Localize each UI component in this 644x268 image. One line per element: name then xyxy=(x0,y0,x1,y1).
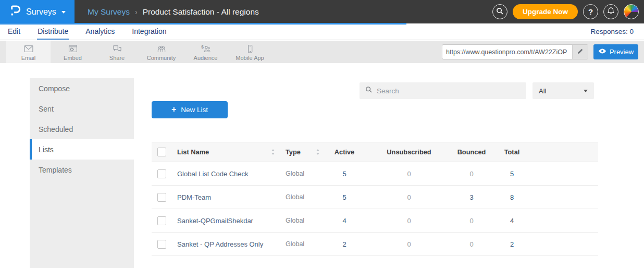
topbar: Surveys My Surveys › Product Satisfactio… xyxy=(0,0,644,23)
breadcrumb: My Surveys › Product Satisfaction - All … xyxy=(88,7,259,17)
active-count[interactable]: 5 xyxy=(324,193,365,201)
app-menu-label: Surveys xyxy=(26,7,56,17)
row-checkbox[interactable] xyxy=(157,193,166,202)
list-name-link[interactable]: Sanket-QPGmailShekdar xyxy=(177,217,253,225)
help-button[interactable]: ? xyxy=(583,4,598,19)
total-count[interactable]: 2 xyxy=(490,240,534,248)
total-count[interactable]: 8 xyxy=(490,193,534,201)
row-checkbox[interactable] xyxy=(157,169,166,178)
row-checkbox[interactable] xyxy=(157,240,166,249)
active-count[interactable]: 4 xyxy=(324,217,365,225)
bounced-count[interactable]: 0 xyxy=(453,170,490,178)
table-header-row: List Name Type Active Unsubscribed Bounc… xyxy=(152,142,598,162)
unsubscribed-count[interactable]: 0 xyxy=(365,217,453,225)
bounced-count[interactable]: 0 xyxy=(453,217,490,225)
channel-label: Audience xyxy=(194,55,218,61)
header-active: Active xyxy=(324,148,365,156)
channel-tab[interactable]: Embed xyxy=(51,41,95,63)
active-count[interactable]: 5 xyxy=(324,170,365,178)
avatar[interactable] xyxy=(624,4,639,19)
list-name-link[interactable]: Sanket - QP Addresses Only xyxy=(177,240,263,248)
list-filter-dropdown[interactable]: All xyxy=(532,82,594,99)
channel-tabs: Email Embed Share Community $ Audience M… xyxy=(6,41,272,63)
sidebar-item[interactable]: Lists xyxy=(30,139,134,160)
table-row[interactable]: PDM-Team Global 5 0 3 8 xyxy=(152,186,598,209)
share-icon xyxy=(112,43,123,54)
notifications-button[interactable] xyxy=(603,4,618,19)
list-search xyxy=(360,82,526,99)
sort-icon[interactable] xyxy=(316,149,320,155)
sidebar-item[interactable]: Templates xyxy=(30,160,134,180)
search-input[interactable] xyxy=(377,87,521,95)
list-type: Global xyxy=(286,217,304,224)
header-type: Type xyxy=(286,148,301,156)
list-type: Global xyxy=(286,193,304,201)
new-list-label: New List xyxy=(181,106,208,114)
plus-icon: + xyxy=(171,105,176,114)
search-button[interactable] xyxy=(492,4,507,19)
survey-nav: Edit Distribute Analytics Integration Re… xyxy=(0,23,644,40)
progress-line xyxy=(0,23,406,25)
channel-tab[interactable]: Email xyxy=(6,41,51,63)
sidebar-item[interactable]: Scheduled xyxy=(30,119,134,139)
table-row[interactable]: Global List Code Check Global 5 0 0 5 xyxy=(152,162,598,186)
toolbar-right: Preview xyxy=(442,44,638,59)
header-list-name: List Name xyxy=(177,148,209,156)
sidebar-item-label: Lists xyxy=(39,145,54,154)
unsubscribed-count[interactable]: 0 xyxy=(365,193,453,201)
table-body: Global List Code Check Global 5 0 0 5 PD… xyxy=(152,162,598,256)
survey-url-field xyxy=(442,44,588,59)
total-count[interactable]: 4 xyxy=(490,217,534,225)
total-count[interactable]: 5 xyxy=(490,170,534,178)
app-switcher[interactable]: Surveys xyxy=(0,0,75,23)
questionpro-logo-icon xyxy=(9,4,21,19)
channel-tab[interactable]: Share xyxy=(95,41,139,63)
email-sidebar: Compose Sent Scheduled Lists Templates xyxy=(30,78,134,268)
sidebar-item-label: Templates xyxy=(39,166,72,174)
sidebar-item[interactable]: Sent xyxy=(30,99,134,119)
table-row[interactable]: Sanket - QP Addresses Only Global 2 0 0 … xyxy=(152,233,598,256)
table-row[interactable]: Sanket-QPGmailShekdar Global 4 0 0 4 xyxy=(152,209,598,233)
survey-tabs: Edit Distribute Analytics Integration xyxy=(7,23,183,40)
channel-label: Email xyxy=(21,55,36,61)
sidebar-item-label: Sent xyxy=(39,105,54,113)
nav-tab[interactable]: Analytics xyxy=(85,23,115,40)
email-icon xyxy=(23,43,34,54)
chevron-down-icon xyxy=(61,11,66,14)
header-unsubscribed: Unsubscribed xyxy=(365,148,453,156)
responses-count: Responses: 0 xyxy=(590,28,637,35)
header-total: Total xyxy=(490,148,534,156)
eye-icon xyxy=(598,48,606,56)
new-list-button[interactable]: + New List xyxy=(152,101,228,118)
select-all-checkbox[interactable] xyxy=(157,148,166,156)
unsubscribed-count[interactable]: 0 xyxy=(365,240,453,248)
audience-icon: $ xyxy=(200,43,212,54)
sort-icon[interactable] xyxy=(271,149,275,155)
breadcrumb-my-surveys[interactable]: My Surveys xyxy=(88,7,130,17)
bounced-count[interactable]: 0 xyxy=(453,240,490,248)
bounced-count[interactable]: 3 xyxy=(453,193,490,201)
breadcrumb-survey-title: Product Satisfaction - All regions xyxy=(143,7,259,17)
channel-tab[interactable]: Mobile App xyxy=(228,41,272,63)
unsubscribed-count[interactable]: 0 xyxy=(365,170,453,178)
nav-tab[interactable]: Edit xyxy=(7,23,21,40)
channel-tab[interactable]: Community xyxy=(139,41,183,63)
list-name-link[interactable]: PDM-Team xyxy=(177,193,211,201)
chevron-down-icon xyxy=(584,90,588,92)
channel-tab[interactable]: $ Audience xyxy=(183,41,228,63)
row-checkbox[interactable] xyxy=(157,216,166,225)
preview-button[interactable]: Preview xyxy=(593,44,638,59)
bell-icon xyxy=(607,7,615,17)
sidebar-item[interactable]: Compose xyxy=(30,78,134,99)
list-name-link[interactable]: Global List Code Check xyxy=(177,170,249,178)
edit-url-button[interactable] xyxy=(572,45,588,59)
nav-tab[interactable]: Distribute xyxy=(37,23,69,40)
active-count[interactable]: 2 xyxy=(324,240,365,248)
nav-tab[interactable]: Integration xyxy=(131,23,167,40)
list-type: Global xyxy=(286,240,304,248)
survey-url-input[interactable] xyxy=(442,48,572,56)
topbar-actions: Upgrade Now ? xyxy=(492,4,639,19)
upgrade-button[interactable]: Upgrade Now xyxy=(513,4,578,19)
channel-label: Mobile App xyxy=(236,55,264,61)
pencil-icon xyxy=(577,47,584,57)
